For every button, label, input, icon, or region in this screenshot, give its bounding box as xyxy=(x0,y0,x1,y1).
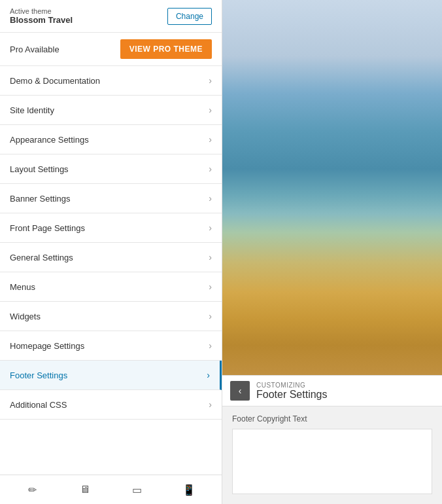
pencil-icon[interactable]: ✏ xyxy=(24,480,42,499)
menu-item-widgets[interactable]: Widgets› xyxy=(0,302,222,331)
footer-copyright-textarea[interactable] xyxy=(232,429,432,494)
pro-available-label: Pro Available xyxy=(10,45,60,54)
menu-item-label: Demo & Documentation xyxy=(10,76,100,86)
menu-item-label: General Settings xyxy=(10,253,73,262)
menu-list: Demo & Documentation›Site Identity›Appea… xyxy=(0,66,222,475)
theme-header: Active theme Blossom Travel Change xyxy=(0,0,222,33)
footer-panel-title: Footer Settings xyxy=(256,389,328,401)
menu-item-label: Homepage Settings xyxy=(10,341,84,351)
menu-item-label: Menus xyxy=(10,282,35,292)
menu-item-label: Banner Settings xyxy=(10,194,71,204)
chevron-right-icon: › xyxy=(209,252,212,262)
chevron-right-icon: › xyxy=(209,399,212,410)
theme-name: Blossom Travel xyxy=(10,15,73,25)
menu-item-label: Widgets xyxy=(10,312,41,321)
chevron-right-icon: › xyxy=(209,340,212,351)
tablet-icon[interactable]: ▭ xyxy=(128,480,146,499)
menu-item-homepage-settings[interactable]: Homepage Settings› xyxy=(0,331,222,361)
menu-item-demo-docs[interactable]: Demo & Documentation› xyxy=(0,66,222,96)
right-panel: ‹ Customizing Footer Settings Footer Cop… xyxy=(222,0,442,504)
theme-header-text: Active theme Blossom Travel xyxy=(10,7,73,25)
footer-copyright-label: Footer Copyright Text xyxy=(232,414,432,423)
menu-item-menus[interactable]: Menus› xyxy=(0,272,222,302)
menu-item-appearance-settings[interactable]: Appearance Settings› xyxy=(0,125,222,154)
footer-settings-panel: ‹ Customizing Footer Settings Footer Cop… xyxy=(222,375,442,504)
menu-item-label: Additional CSS xyxy=(10,400,67,410)
chevron-right-icon: › xyxy=(209,164,212,174)
desktop-icon[interactable]: 🖥 xyxy=(76,480,94,499)
menu-item-label: Front Page Settings xyxy=(10,223,85,233)
chevron-right-icon: › xyxy=(207,370,210,380)
bottom-toolbar: ✏ 🖥 ▭ 📱 xyxy=(0,475,222,504)
chevron-right-icon: › xyxy=(209,311,212,321)
mobile-icon[interactable]: 📱 xyxy=(180,480,198,499)
chevron-right-icon: › xyxy=(209,281,212,292)
menu-item-site-identity[interactable]: Site Identity› xyxy=(0,96,222,125)
beach-preview xyxy=(222,0,442,375)
chevron-right-icon: › xyxy=(209,193,212,204)
menu-item-banner-settings[interactable]: Banner Settings› xyxy=(0,184,222,213)
chevron-right-icon: › xyxy=(209,75,212,86)
back-button[interactable]: ‹ xyxy=(230,381,250,401)
view-pro-button[interactable]: VIEW PRO THEME xyxy=(120,39,212,59)
menu-item-label: Appearance Settings xyxy=(10,135,89,145)
menu-item-layout-settings[interactable]: Layout Settings› xyxy=(0,154,222,184)
change-button[interactable]: Change xyxy=(167,8,212,25)
footer-panel-title-group: Customizing Footer Settings xyxy=(256,382,328,401)
menu-item-label: Site Identity xyxy=(10,105,54,115)
chevron-right-icon: › xyxy=(209,134,212,145)
active-theme-label: Active theme xyxy=(10,7,73,15)
footer-panel-header: ‹ Customizing Footer Settings xyxy=(222,376,442,406)
chevron-right-icon: › xyxy=(209,105,212,115)
menu-item-footer-settings[interactable]: Footer Settings› xyxy=(0,361,222,390)
menu-item-general-settings[interactable]: General Settings› xyxy=(0,243,222,272)
customizing-label: Customizing xyxy=(256,382,328,389)
chevron-right-icon: › xyxy=(209,223,212,233)
footer-content: Footer Copyright Text xyxy=(222,406,442,504)
left-panel: Active theme Blossom Travel Change Pro A… xyxy=(0,0,222,504)
menu-item-label: Footer Settings xyxy=(10,370,67,380)
pro-bar: Pro Available VIEW PRO THEME xyxy=(0,33,222,66)
menu-item-front-page-settings[interactable]: Front Page Settings› xyxy=(0,213,222,243)
menu-item-label: Layout Settings xyxy=(10,164,69,174)
menu-item-additional-css[interactable]: Additional CSS› xyxy=(0,390,222,420)
